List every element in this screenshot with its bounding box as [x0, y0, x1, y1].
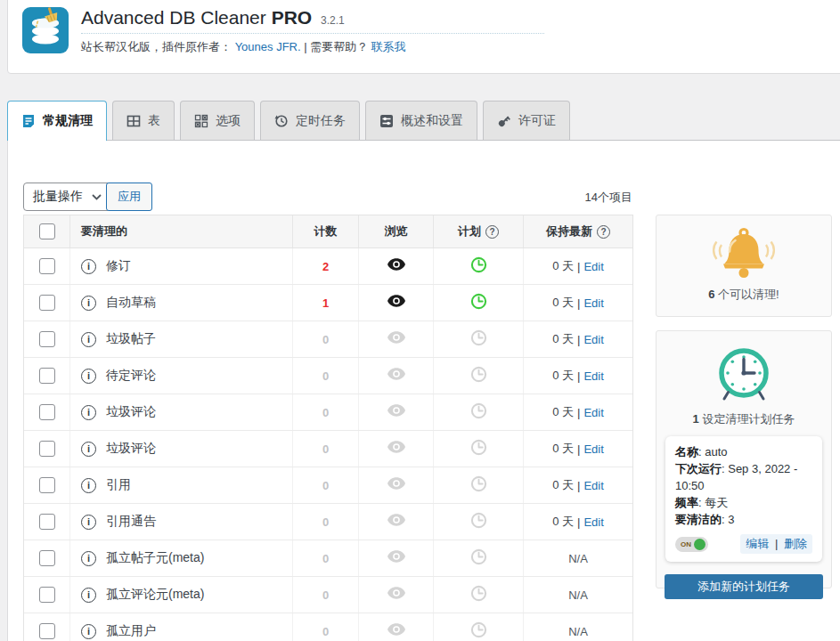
schedule-edit-link[interactable]: 编辑: [746, 537, 769, 550]
row-checkbox[interactable]: [39, 441, 55, 457]
keep-days: 0 天: [552, 441, 574, 457]
item-count: 0: [322, 333, 329, 346]
edit-link[interactable]: Edit: [583, 296, 603, 310]
edit-link[interactable]: Edit: [583, 406, 603, 419]
row-checkbox[interactable]: [39, 368, 55, 384]
tab-许可证[interactable]: 许可证: [483, 101, 570, 140]
table-row: i垃圾评论00 天|Edit: [24, 431, 632, 467]
help-icon[interactable]: ?: [597, 225, 610, 239]
table-row: i自动草稿10 天|Edit: [24, 285, 632, 321]
table-row: i孤立用户0N/A: [24, 613, 632, 641]
schedule-clock-icon: [470, 512, 487, 532]
view-eye-icon: [387, 368, 405, 384]
key-icon: [497, 114, 511, 128]
view-eye-icon: [387, 477, 405, 493]
overview-settings-icon: [379, 114, 394, 128]
item-count: 0: [322, 479, 329, 492]
edit-link[interactable]: Edit: [583, 333, 603, 346]
page-title: Advanced DB Cleaner PRO 3.2.1: [81, 7, 705, 28]
info-icon[interactable]: i: [81, 624, 96, 639]
edit-link[interactable]: Edit: [583, 442, 603, 456]
schedule-card: 名称: auto 下次运行: Sep 3, 2022 - 10:50 频率: 每…: [665, 436, 822, 562]
row-checkbox[interactable]: [39, 623, 55, 639]
item-name: 孤立评论元(meta): [106, 587, 204, 603]
item-name: 修订: [106, 258, 131, 274]
tab-概述和设置[interactable]: 概述和设置: [365, 101, 477, 140]
plugin-subtitle: 站长帮汉化版，插件原作者： Younes JFR. | 需要帮助？ 联系我: [81, 39, 705, 55]
plugin-page: Advanced DB Cleaner PRO 3.2.1 站长帮汉化版，插件原…: [0, 0, 840, 641]
info-icon[interactable]: i: [81, 296, 96, 311]
info-icon[interactable]: i: [81, 259, 96, 274]
plugin-header: Advanced DB Cleaner PRO 3.2.1 站长帮汉化版，插件原…: [7, 0, 840, 74]
select-all-checkbox[interactable]: [39, 223, 55, 239]
bulk-action-select[interactable]: 批量操作: [23, 183, 111, 211]
row-checkbox[interactable]: [39, 295, 55, 311]
info-icon[interactable]: i: [81, 588, 96, 603]
schedule-notice-text: 1 设定清理计划任务: [657, 411, 831, 427]
contact-link[interactable]: 联系我: [371, 40, 406, 53]
tab-bar: 常规清理表选项定时任务概述和设置许可证: [7, 101, 570, 141]
info-icon[interactable]: i: [81, 551, 96, 566]
view-eye-icon: [387, 331, 405, 347]
row-checkbox[interactable]: [39, 331, 55, 347]
tab-表[interactable]: 表: [112, 101, 175, 140]
col-view: 浏览: [385, 223, 408, 239]
info-icon[interactable]: i: [81, 515, 96, 530]
view-eye-icon: [387, 404, 405, 420]
plugin-name: Advanced DB Cleaner: [81, 7, 266, 28]
row-checkbox[interactable]: [39, 404, 55, 420]
view-eye-icon: [387, 623, 405, 639]
cleanup-notice-text: 6 个可以清理!: [657, 287, 831, 303]
item-count: 0: [322, 369, 329, 383]
header-divider: [81, 33, 544, 34]
item-count: 0: [322, 625, 329, 638]
content-panel: 批量操作 应用 14个项目 要清理的 计数 浏览 计划 ? 保持最新 ?: [7, 140, 840, 641]
keep-days: 0 天: [552, 477, 574, 493]
row-checkbox[interactable]: [39, 514, 55, 530]
view-eye-icon[interactable]: [387, 258, 405, 274]
item-count: 0: [322, 406, 329, 419]
tab-label: 选项: [216, 113, 241, 129]
apply-button[interactable]: 应用: [106, 183, 152, 211]
keep-days: 0 天: [552, 295, 574, 311]
info-icon[interactable]: i: [81, 478, 96, 493]
schedule-name: 名称: auto: [675, 443, 812, 460]
row-checkbox[interactable]: [39, 258, 55, 274]
tab-定时任务[interactable]: 定时任务: [260, 101, 360, 140]
author-link[interactable]: Younes JFR.: [235, 40, 301, 53]
info-icon[interactable]: i: [81, 405, 96, 420]
clean-icon: [21, 114, 36, 128]
view-eye-icon: [387, 514, 405, 530]
schedule-clock-icon[interactable]: [470, 293, 487, 313]
schedule-clock-icon: [470, 585, 487, 605]
item-name: 引用通告: [106, 514, 156, 530]
schedule-delete-link[interactable]: 删除: [784, 537, 807, 550]
info-icon[interactable]: i: [81, 442, 96, 457]
cleanup-table: 要清理的 计数 浏览 计划 ? 保持最新 ? i修订20 天|Editi自动草稿…: [23, 215, 633, 641]
edit-link[interactable]: Edit: [583, 369, 603, 383]
edit-link[interactable]: Edit: [583, 479, 603, 492]
row-checkbox[interactable]: [39, 587, 55, 603]
row-checkbox[interactable]: [39, 477, 55, 493]
row-checkbox[interactable]: [39, 550, 55, 566]
tab-常规清理[interactable]: 常规清理: [7, 101, 107, 141]
toggle-on-dot: [694, 539, 705, 550]
item-name: 待定评论: [106, 368, 156, 384]
schedule-clock-icon: [470, 621, 487, 641]
schedule-clock-icon[interactable]: [470, 256, 487, 277]
edit-link[interactable]: Edit: [583, 260, 603, 273]
view-eye-icon[interactable]: [387, 295, 405, 311]
schedule-on-toggle[interactable]: ON: [675, 537, 708, 552]
tab-选项[interactable]: 选项: [180, 101, 255, 140]
item-count: 2: [322, 260, 329, 273]
table-row: i待定评论00 天|Edit: [24, 358, 632, 394]
edit-link[interactable]: Edit: [583, 515, 603, 529]
info-icon[interactable]: i: [81, 332, 96, 347]
help-icon[interactable]: ?: [485, 225, 499, 239]
tab-label: 概述和设置: [401, 113, 463, 129]
info-icon[interactable]: i: [81, 369, 96, 384]
database-broom-icon: [22, 7, 69, 53]
add-schedule-button[interactable]: 添加新的计划任务: [665, 574, 823, 599]
item-count: 0: [322, 588, 329, 602]
item-count: 1: [322, 296, 329, 310]
